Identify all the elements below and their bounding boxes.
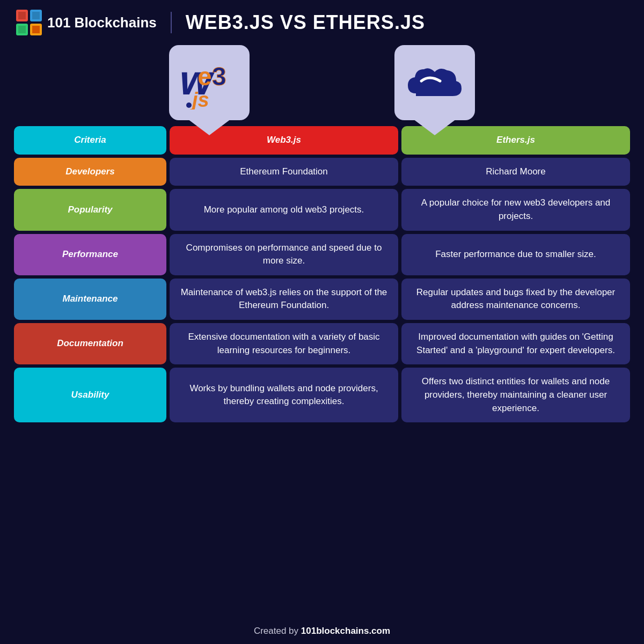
table-row: DevelopersEthereum FoundationRichard Moo…	[14, 158, 630, 186]
table-header-row: Criteria Web3.js Ethers.js	[14, 126, 630, 155]
svg-point-12	[186, 103, 192, 108]
td-ethers-popularity: A popular choice for new web3 developers…	[401, 189, 630, 230]
td-web3-popularity: More popular among old web3 projects.	[170, 189, 398, 230]
svg-text:3: 3	[212, 62, 226, 91]
svg-text:e: e	[197, 62, 212, 91]
header-divider	[171, 12, 172, 33]
th-criteria: Criteria	[14, 126, 166, 155]
footer-link: 101blockchains.com	[301, 626, 390, 636]
footer: Created by 101blockchains.com	[0, 620, 644, 644]
ethers-logo-box	[394, 45, 475, 120]
main-content: w e 3 js Criteria	[0, 45, 644, 620]
logo-icon	[16, 10, 42, 35]
svg-marker-7	[32, 26, 40, 33]
logo-text: 101 Blockchains	[47, 14, 157, 31]
table-row: PerformanceCompromises on performance an…	[14, 234, 630, 275]
footer-text: Created by	[254, 626, 301, 636]
web3-logo-box: w e 3 js	[169, 45, 250, 120]
td-ethers-performance: Faster performance due to smaller size.	[401, 234, 630, 275]
svg-marker-5	[32, 12, 40, 19]
td-criteria-performance: Performance	[14, 234, 166, 275]
web3-logo-icon: w e 3 js	[177, 56, 241, 109]
td-ethers-maintenance: Regular updates and bugs fixed by the de…	[401, 279, 630, 320]
td-web3-developers: Ethereum Foundation	[170, 158, 398, 186]
table-row: UsabilityWorks by bundling wallets and n…	[14, 368, 630, 422]
td-ethers-documentation: Improved documentation with guides on 'G…	[401, 323, 630, 364]
header-title: WEB3.JS VS ETHERS.JS	[186, 11, 425, 34]
td-criteria-documentation: Documentation	[14, 323, 166, 364]
td-web3-documentation: Extensive documentation with a variety o…	[170, 323, 398, 364]
table-row: MaintenanceMaintenance of web3.js relies…	[14, 279, 630, 320]
td-criteria-maintenance: Maintenance	[14, 279, 166, 320]
td-web3-usability: Works by bundling wallets and node provi…	[170, 368, 398, 422]
svg-marker-6	[18, 26, 26, 33]
td-ethers-usability: Offers two distinct entities for wallets…	[401, 368, 630, 422]
header: 101 Blockchains WEB3.JS VS ETHERS.JS	[0, 0, 644, 45]
logo-container: w e 3 js	[11, 45, 633, 120]
td-web3-performance: Compromises on performance and speed due…	[170, 234, 398, 275]
table-body: DevelopersEthereum FoundationRichard Moo…	[14, 158, 630, 423]
td-ethers-developers: Richard Moore	[401, 158, 630, 186]
table-row: DocumentationExtensive documentation wit…	[14, 323, 630, 364]
svg-marker-4	[18, 12, 26, 19]
td-web3-maintenance: Maintenance of web3.js relies on the sup…	[170, 279, 398, 320]
ethers-logo-icon	[405, 58, 464, 107]
logo-area: 101 Blockchains	[16, 10, 157, 35]
svg-text:js: js	[189, 89, 209, 109]
td-criteria-developers: Developers	[14, 158, 166, 186]
comparison-table: Criteria Web3.js Ethers.js DevelopersEth…	[11, 123, 633, 426]
td-criteria-usability: Usability	[14, 368, 166, 422]
table-row: PopularityMore popular among old web3 pr…	[14, 189, 630, 230]
td-criteria-popularity: Popularity	[14, 189, 166, 230]
